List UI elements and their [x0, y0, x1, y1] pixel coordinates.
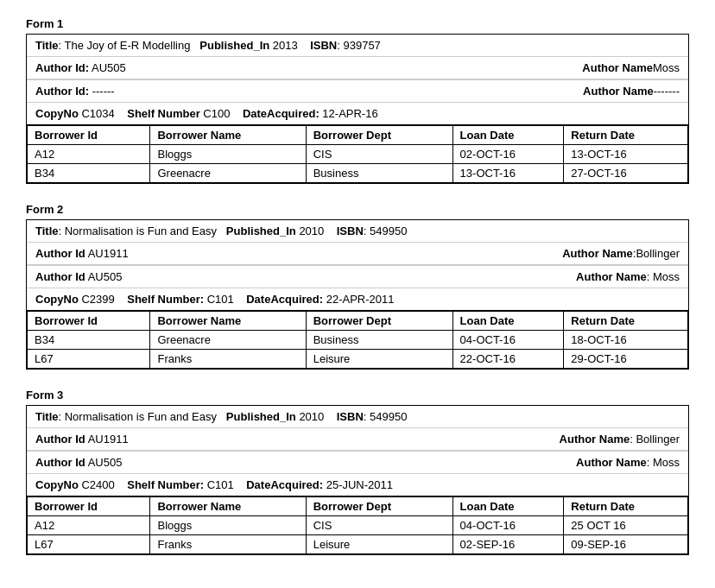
col-header-3: Loan Date — [452, 312, 564, 331]
table-cell-1-1: Greenacre — [150, 164, 306, 183]
col-header-2: Borrower Dept — [306, 126, 452, 145]
table-cell-0-4: 18-OCT-16 — [564, 331, 688, 350]
shelf-label: Shelf Number: — [127, 293, 204, 306]
form-box-2: Title: Normalisation is Fun and Easy Pub… — [26, 219, 689, 370]
table-cell-0-0: B34 — [28, 331, 150, 350]
table-cell-1-1: Franks — [150, 350, 306, 369]
isbn-label: ISBN — [337, 224, 364, 237]
shelf-label: Shelf Number — [127, 107, 200, 120]
title-label: Title — [35, 39, 59, 52]
table-row: L67FranksLeisure02-SEP-1609-SEP-16 — [28, 535, 688, 554]
shelf-label: Shelf Number: — [127, 478, 204, 491]
table-cell-0-1: Bloggs — [150, 516, 306, 535]
author-row-1-1: Author Id: AU505 Author NameMoss — [27, 57, 688, 79]
table-cell-0-1: Greenacre — [150, 331, 306, 350]
published-label: Published_In — [226, 410, 296, 423]
table-row: B34GreenacreBusiness13-OCT-1627-OCT-16 — [28, 164, 688, 183]
copy-row-3: CopyNo C2400 Shelf Number: C101 DateAcqu… — [27, 474, 688, 496]
author-id-label: Author Id: AU505 — [35, 61, 126, 74]
date-label: DateAcquired: — [243, 107, 320, 120]
date-label: DateAcquired: — [246, 293, 323, 306]
table-cell-1-0: B34 — [28, 164, 150, 183]
table-cell-1-3: 13-OCT-16 — [452, 164, 564, 183]
table-cell-0-3: 02-OCT-16 — [452, 145, 564, 164]
author-name: Author Name:Bollinger — [562, 247, 680, 260]
form-box-1: Title: The Joy of E-R Modelling Publishe… — [26, 34, 689, 184]
borrower-table-3: Borrower IdBorrower NameBorrower DeptLoa… — [27, 496, 688, 554]
copy-label: CopyNo — [35, 107, 79, 120]
table-cell-0-0: A12 — [28, 145, 150, 164]
author-name: Author Name: Bollinger — [560, 433, 680, 446]
title-row-1: Title: The Joy of E-R Modelling Publishe… — [27, 35, 688, 57]
col-header-0: Borrower Id — [28, 126, 150, 145]
author-name: Author NameMoss — [582, 61, 680, 74]
table-row: L67FranksLeisure22-OCT-1629-OCT-16 — [28, 350, 688, 369]
copy-label: CopyNo — [35, 478, 79, 491]
title-label: Title — [35, 224, 59, 237]
isbn-value: : 549950 — [364, 410, 408, 423]
author-row-2-2: Author Id AU505 Author Name: Moss — [27, 265, 688, 288]
table-cell-0-4: 13-OCT-16 — [564, 145, 688, 164]
col-header-3: Loan Date — [452, 126, 564, 145]
table-cell-1-3: 02-SEP-16 — [452, 535, 564, 554]
form-section-2: Form 2Title: Normalisation is Fun and Ea… — [26, 203, 689, 370]
title-row-3: Title: Normalisation is Fun and Easy Pub… — [27, 406, 688, 428]
isbn-value: : 939757 — [337, 39, 381, 52]
isbn-label: ISBN — [337, 410, 364, 423]
table-cell-1-0: L67 — [28, 535, 150, 554]
isbn-value: : 549950 — [364, 224, 408, 237]
published-value: 2010 — [296, 410, 337, 423]
table-cell-0-3: 04-OCT-16 — [452, 516, 564, 535]
copy-row-1: CopyNo C1034 Shelf Number C100 DateAcqui… — [27, 103, 688, 125]
published-label: Published_In — [226, 224, 296, 237]
author-row-1-2: Author Id: ------ Author Name------- — [27, 79, 688, 103]
form-label-2: Form 2 — [26, 203, 689, 216]
col-header-1: Borrower Name — [150, 312, 306, 331]
table-cell-1-0: L67 — [28, 350, 150, 369]
author-name: Author Name: Moss — [576, 270, 680, 283]
title-colon: : The Joy of E-R Modelling — [59, 39, 200, 52]
form-box-3: Title: Normalisation is Fun and Easy Pub… — [26, 405, 689, 555]
col-header-0: Borrower Id — [28, 312, 150, 331]
col-header-4: Return Date — [564, 126, 688, 145]
col-header-4: Return Date — [564, 497, 688, 516]
title-label: Title — [35, 410, 59, 423]
copy-label: CopyNo — [35, 293, 79, 306]
title-colon: : Normalisation is Fun and Easy — [59, 224, 226, 237]
author-name: Author Name------- — [583, 85, 680, 98]
author-name: Author Name: Moss — [576, 456, 680, 469]
author-row-3-2: Author Id AU505 Author Name: Moss — [27, 451, 688, 474]
table-cell-1-2: Leisure — [306, 350, 452, 369]
col-header-1: Borrower Name — [150, 126, 306, 145]
table-row: A12BloggsCIS02-OCT-1613-OCT-16 — [28, 145, 688, 164]
author-row-3-1: Author Id AU1911 Author Name: Bollinger — [27, 428, 688, 451]
col-header-2: Borrower Dept — [306, 312, 452, 331]
table-cell-1-2: Leisure — [306, 535, 452, 554]
author-row-2-1: Author Id AU1911 Author Name:Bollinger — [27, 243, 688, 265]
table-cell-1-4: 27-OCT-16 — [564, 164, 688, 183]
borrower-table-2: Borrower IdBorrower NameBorrower DeptLoa… — [27, 311, 688, 369]
published-value: 2013 — [269, 39, 310, 52]
table-cell-0-3: 04-OCT-16 — [452, 331, 564, 350]
form-label-3: Form 3 — [26, 389, 689, 401]
borrower-table-1: Borrower IdBorrower NameBorrower DeptLoa… — [27, 125, 688, 183]
author-id-label: Author Id AU505 — [35, 270, 122, 283]
author-id-label: Author Id AU505 — [35, 456, 122, 469]
form-label-1: Form 1 — [26, 17, 689, 30]
table-cell-1-3: 22-OCT-16 — [452, 350, 564, 369]
table-cell-1-4: 29-OCT-16 — [564, 350, 688, 369]
table-cell-1-4: 09-SEP-16 — [564, 535, 688, 554]
col-header-3: Loan Date — [452, 497, 564, 516]
form-section-1: Form 1Title: The Joy of E-R Modelling Pu… — [26, 17, 689, 184]
col-header-0: Borrower Id — [28, 497, 150, 516]
form-section-3: Form 3Title: Normalisation is Fun and Ea… — [26, 389, 689, 555]
published-label: Published_In — [199, 39, 269, 52]
author-id-label: Author Id: ------ — [35, 85, 115, 98]
table-cell-1-1: Franks — [150, 535, 306, 554]
date-label: DateAcquired: — [246, 478, 323, 491]
table-cell-0-1: Bloggs — [150, 145, 306, 164]
table-cell-0-2: CIS — [306, 516, 452, 535]
table-cell-1-2: Business — [306, 164, 452, 183]
table-cell-0-2: Business — [306, 331, 452, 350]
title-row-2: Title: Normalisation is Fun and Easy Pub… — [27, 220, 688, 243]
